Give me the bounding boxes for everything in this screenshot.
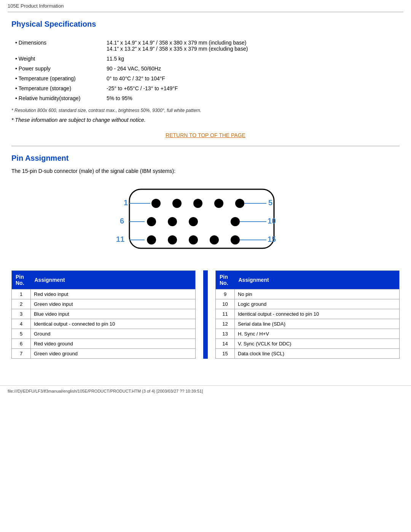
pin-assignment: Serial data line (SDA) — [235, 319, 400, 329]
spec-row: • Temperature (operating)0° to 40°C / 32… — [11, 73, 400, 83]
pin-number: 4 — [12, 319, 31, 329]
main-content: Physical Specifications • Dimensions14.1… — [0, 12, 411, 378]
pin-assignment: Identical output - connected to pin 10 — [235, 309, 400, 319]
section-divider — [11, 146, 400, 146]
svg-point-3 — [151, 199, 161, 208]
svg-point-13 — [168, 217, 177, 226]
svg-point-5 — [193, 199, 202, 208]
pin-row: 2Green video input — [12, 299, 196, 309]
pin-row: 4Identical output - connected to pin 10 — [12, 319, 196, 329]
pin-row: 5Ground — [12, 329, 196, 339]
pin-row: 12Serial data line (SDA) — [216, 319, 400, 329]
left-pin-table: PinNo. Assignment 1Red video input2Green… — [11, 270, 196, 359]
spec-row: • Dimensions14.1" x 14.9" x 14.9" / 358 … — [11, 38, 400, 54]
header-title: 105E Product Information — [8, 3, 64, 9]
spec-value: 14.1" x 14.9" x 14.9" / 358 x 380 x 379 … — [103, 38, 400, 54]
pin-row: 6Red video ground — [12, 339, 196, 349]
pin-number: 11 — [216, 309, 235, 319]
pin-assignment: Red video input — [31, 289, 196, 299]
pin-row: 7Green video ground — [12, 349, 196, 359]
spec-row: • Power supply90 - 264 VAC, 50/60Hz — [11, 64, 400, 73]
svg-point-14 — [189, 217, 198, 226]
pin-assignment: Identical output - connected to pin 10 — [31, 319, 196, 329]
svg-point-7 — [235, 199, 244, 208]
pin-assignment: Green video input — [31, 299, 196, 309]
pin-row: 14V. Sync (VCLK for DDC) — [216, 339, 400, 349]
physical-specs-title: Physical Specifications — [11, 20, 400, 29]
svg-point-15 — [231, 217, 240, 226]
spec-row: • Relative humidity(storage)5% to 95% — [11, 93, 400, 103]
pin-assignment: Logic ground — [235, 299, 400, 309]
svg-point-4 — [172, 199, 182, 208]
spec-label: • Weight — [11, 54, 103, 64]
connector-svg: 1 5 6 10 11 — [107, 182, 304, 258]
spec-row: • Weight11.5 kg — [11, 54, 400, 64]
spec-value: -25° to +65°C / -13° to +149°F — [103, 83, 400, 93]
pin-row: 1Red video input — [12, 289, 196, 299]
page-footer: file:///D|/EDFU/LF3/lf3manual/english/10… — [0, 385, 411, 396]
pin-number: 14 — [216, 339, 235, 349]
svg-text:6: 6 — [120, 217, 124, 225]
spec-label: • Dimensions — [11, 38, 103, 54]
connector-diagram: 1 5 6 10 11 — [107, 182, 304, 259]
pin-row: 10Logic ground — [216, 299, 400, 309]
pin-number: 13 — [216, 329, 235, 339]
spec-row: • Temperature (storage)-25° to +65°C / -… — [11, 83, 400, 93]
return-link-container: RETURN TO TOP OF THE PAGE — [11, 132, 400, 138]
pin-assignment: V. Sync (VCLK for DDC) — [235, 339, 400, 349]
svg-point-12 — [147, 217, 156, 226]
pin-number: 1 — [12, 289, 31, 299]
svg-text:5: 5 — [268, 198, 272, 207]
left-assignment-header: Assignment — [31, 271, 196, 289]
spec-label: • Temperature (storage) — [11, 83, 103, 93]
pin-number: 15 — [216, 349, 235, 359]
spec-value: 5% to 95% — [103, 93, 400, 103]
spec-label: • Relative humidity(storage) — [11, 93, 103, 103]
middle-divider — [203, 270, 208, 359]
svg-text:1: 1 — [124, 198, 128, 207]
pin-assignment: Blue video input — [31, 309, 196, 319]
spec-value: 90 - 264 VAC, 50/60Hz — [103, 64, 400, 73]
pin-assignment: Red video ground — [31, 339, 196, 349]
pin-assignment: Ground — [31, 329, 196, 339]
specs-table: • Dimensions14.1" x 14.9" x 14.9" / 358 … — [11, 38, 400, 103]
svg-point-24 — [231, 235, 240, 244]
pin-assignment: Data clock line (SCL) — [235, 349, 400, 359]
pin-number: 2 — [12, 299, 31, 309]
footer-text: file:///D|/EDFU/LF3/lf3manual/english/10… — [8, 389, 203, 393]
spec-label: • Temperature (operating) — [11, 73, 103, 83]
spec-value: 11.5 kg — [103, 54, 400, 64]
right-pin-table: PinNo. Assignment 9No pin10Logic ground1… — [215, 270, 400, 359]
pin-assignment: H. Sync / H+V — [235, 329, 400, 339]
svg-text:15: 15 — [268, 235, 276, 243]
spec-value: 0° to 40°C / 32° to 104°F — [103, 73, 400, 83]
footnote: * Resolution 800x 600, standard size, co… — [11, 108, 400, 113]
svg-text:11: 11 — [116, 235, 124, 243]
svg-point-21 — [168, 235, 177, 244]
pin-number: 12 — [216, 319, 235, 329]
page-header: 105E Product Information — [0, 0, 411, 12]
pin-number: 5 — [12, 329, 31, 339]
pin-row: 13H. Sync / H+V — [216, 329, 400, 339]
svg-point-22 — [189, 235, 198, 244]
pin-number: 10 — [216, 299, 235, 309]
pin-row: 3Blue video input — [12, 309, 196, 319]
pin-assignment: Green video ground — [31, 349, 196, 359]
right-assignment-header: Assignment — [235, 271, 400, 289]
pin-row: 15Data clock line (SCL) — [216, 349, 400, 359]
return-to-top-link[interactable]: RETURN TO TOP OF THE PAGE — [166, 132, 245, 138]
pin-number: 6 — [12, 339, 31, 349]
svg-point-23 — [210, 235, 219, 244]
connector-description: The 15-pin D-sub connector (male) of the… — [11, 168, 400, 174]
svg-text:10: 10 — [268, 217, 276, 225]
pin-row: 9No pin — [216, 289, 400, 299]
pin-tables-container: PinNo. Assignment 1Red video input2Green… — [11, 270, 400, 359]
spec-label: • Power supply — [11, 64, 103, 73]
left-pin-no-header: PinNo. — [12, 271, 31, 289]
svg-point-20 — [147, 235, 156, 244]
pin-assignment-title: Pin Assignment — [11, 154, 400, 163]
right-pin-no-header: PinNo. — [216, 271, 235, 289]
svg-point-6 — [214, 199, 223, 208]
pin-number: 9 — [216, 289, 235, 299]
notice: * These information are subject to chang… — [11, 117, 400, 123]
